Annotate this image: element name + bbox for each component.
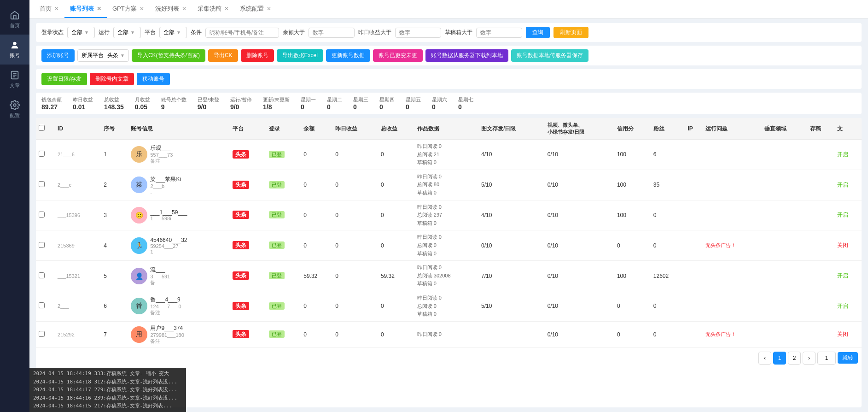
cell-issue: [703, 170, 762, 200]
balance-input[interactable]: [309, 28, 355, 38]
platform-action-chevron: ▼: [120, 53, 125, 58]
cell-status: 开启: [834, 170, 862, 200]
cell-vertical: [762, 200, 807, 230]
cell-draft: [807, 261, 834, 291]
sidebar-item-home[interactable]: 首页: [0, 5, 29, 35]
stat-sun: 星期七 0: [458, 96, 473, 111]
tab-system[interactable]: 系统配置 ✕: [234, 0, 277, 18]
cell-status: 开启: [834, 261, 862, 291]
page-next[interactable]: ›: [803, 352, 816, 365]
tab-close-gpt[interactable]: ✕: [140, 6, 144, 12]
tab-close-system[interactable]: ✕: [267, 6, 271, 12]
export-ck-button[interactable]: 导出CK: [208, 49, 238, 62]
col-vertical: 垂直领域: [762, 118, 807, 140]
col-status: 文: [834, 118, 862, 140]
col-credit: 信用分: [614, 118, 651, 140]
tab-home[interactable]: 首页 ✕: [34, 0, 64, 18]
add-account-button[interactable]: 添加账号: [41, 49, 75, 62]
page-go-button[interactable]: 就转: [838, 352, 858, 364]
log-panel: 2024-04-15 18:44:19 333:存稿系统-文章- 缩小 变大20…: [29, 368, 186, 412]
draft-input[interactable]: [476, 28, 522, 38]
action-row-2: 设置日限/存发 删除号内文章 移动账号: [36, 69, 862, 89]
table-row: 215292 7 用 用户9___374 279981___180 备注 头条 …: [36, 321, 862, 347]
cell-works: 昨日阅读 0总阅读 21草稿箱 0: [414, 140, 478, 170]
move-account-button[interactable]: 移动账号: [137, 73, 170, 85]
platform-chevron: ▼: [176, 30, 181, 35]
sidebar-item-article[interactable]: 文章: [0, 65, 29, 94]
tab-bar: 首页 ✕ 账号列表 ✕ GPT方案 ✕ 洗好列表 ✕ 采集洗稿 ✕ 系统配置 ✕: [29, 0, 868, 18]
cell-balance: 59.32: [301, 261, 332, 291]
row-checkbox[interactable]: [39, 331, 45, 337]
row-checkbox[interactable]: [39, 302, 45, 308]
refresh-button[interactable]: 刷新页面: [553, 27, 588, 38]
col-seq: 序号: [101, 118, 128, 140]
tab-wash[interactable]: 洗好列表 ✕: [150, 0, 192, 18]
sidebar-item-account[interactable]: 账号: [0, 35, 29, 65]
tab-gpt[interactable]: GPT方案 ✕: [107, 0, 150, 18]
login-status-select[interactable]: 全部 ▼: [67, 27, 95, 38]
query-button[interactable]: 查询: [526, 27, 550, 38]
cell-platform: 头条: [230, 140, 266, 170]
cell-vertical: [762, 291, 807, 321]
avatar: 🙂: [131, 207, 147, 224]
platform-filter-select[interactable]: 全部 ▼: [159, 27, 187, 38]
platform-action-select[interactable]: 所属平台 头条 ▼: [77, 49, 129, 62]
tab-close-wash[interactable]: ✕: [182, 6, 186, 12]
delete-account-button[interactable]: 删除账号: [241, 49, 274, 62]
select-all-checkbox[interactable]: [39, 125, 45, 131]
cell-credit: 0: [614, 321, 651, 347]
tab-close-collect[interactable]: ✕: [224, 6, 229, 12]
tab-collect[interactable]: 采集洗稿 ✕: [192, 0, 234, 18]
tab-account-list[interactable]: 账号列表 ✕: [64, 0, 107, 18]
cell-balance: 0: [301, 170, 332, 200]
cell-ip: [685, 261, 702, 291]
tab-close-home[interactable]: ✕: [54, 6, 59, 12]
cell-status: 关闭: [834, 230, 862, 261]
stat-wed: 星期三 0: [353, 96, 368, 111]
cell-balance: 0: [301, 230, 332, 261]
delete-content-button[interactable]: 删除号内文章: [90, 73, 134, 85]
sidebar-item-config[interactable]: 配置: [0, 94, 29, 124]
cell-video-post: 0/10: [545, 200, 614, 230]
row-checkbox[interactable]: [39, 151, 45, 157]
log-line: 2024-04-15 18:44:18 312:存稿系统-文章-洗好列表没...: [33, 378, 182, 386]
row-checkbox[interactable]: [39, 212, 45, 218]
col-ip: IP: [685, 118, 702, 140]
stat-count: 账号总个数 9: [161, 96, 186, 111]
condition-label: 条件: [191, 29, 202, 36]
cell-vertical: [762, 261, 807, 291]
avatar: 乐: [131, 146, 147, 163]
cell-draft: [807, 140, 834, 170]
mark-unchanged-button[interactable]: 账号已更变未更: [373, 49, 423, 62]
run-select[interactable]: 全部 ▼: [113, 27, 141, 38]
avatar: 🏃: [131, 237, 147, 254]
update-data-button[interactable]: 更新账号数据: [326, 49, 370, 62]
condition-input[interactable]: [205, 28, 279, 38]
page-prev[interactable]: ‹: [758, 352, 771, 365]
stat-wallet: 钱包余额 89.27: [41, 96, 62, 111]
stat-fri: 星期五 0: [406, 96, 421, 111]
col-video-post: 视频、微头条、小绿书存发/日限: [545, 118, 614, 140]
upload-to-server-button[interactable]: 账号数据本地传服务器保存: [511, 49, 588, 62]
page-input[interactable]: [817, 352, 836, 365]
cell-fans: 0: [651, 291, 685, 321]
cell-total: 0: [378, 200, 414, 230]
download-from-server-button[interactable]: 账号数据从服务器下载到本地: [425, 49, 508, 62]
import-ck-button[interactable]: 导入CK(暂支持头条/百家): [132, 49, 205, 62]
export-excel-button[interactable]: 导出数据Excel: [277, 49, 323, 62]
row-checkbox[interactable]: [39, 181, 45, 187]
cell-video-post: 0/10: [545, 291, 614, 321]
row-checkbox[interactable]: [39, 272, 45, 278]
cell-account: 菜 菜___苹果Ki 2___b .: [128, 170, 229, 200]
yesterday-earn-input[interactable]: [395, 28, 441, 38]
tab-close-account-list[interactable]: ✕: [97, 6, 101, 12]
col-fans: 粉丝: [651, 118, 685, 140]
row-checkbox[interactable]: [39, 242, 45, 248]
set-limit-button[interactable]: 设置日限/存发: [41, 73, 87, 85]
page-1[interactable]: 1: [773, 352, 786, 365]
stat-run: 运行/暂停 9/0: [230, 96, 252, 111]
cell-credit: 0: [614, 291, 651, 321]
cell-draft: [807, 230, 834, 261]
page-2[interactable]: 2: [788, 352, 801, 365]
cell-status: 开启: [834, 291, 862, 321]
